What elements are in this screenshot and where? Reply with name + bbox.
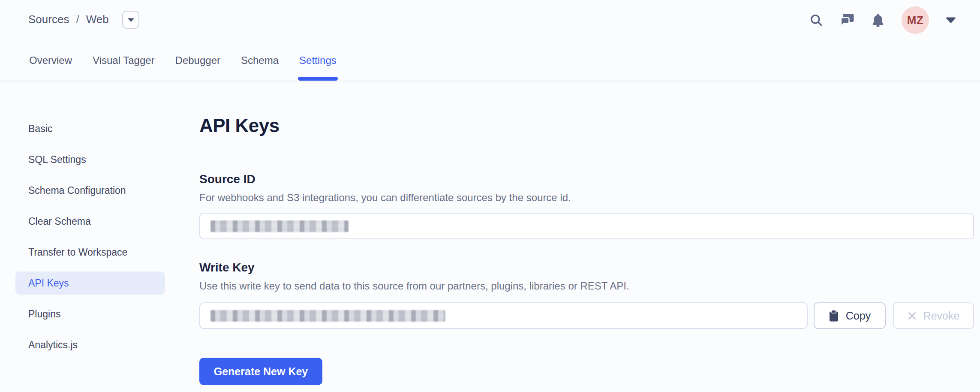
breadcrumb-current-source: Web: [86, 13, 109, 26]
write-key-field[interactable]: [199, 302, 808, 329]
avatar[interactable]: MZ: [902, 6, 929, 34]
page: Sources / Web: [0, 0, 980, 392]
copy-button[interactable]: Copy: [814, 302, 886, 329]
sidebar-item-clear-schema[interactable]: Clear Schema: [15, 210, 165, 233]
breadcrumb-sources-link[interactable]: Sources: [28, 13, 69, 26]
tab-debugger[interactable]: Debugger: [175, 51, 220, 81]
chevron-down-icon: [128, 16, 134, 24]
clipboard-icon: [829, 310, 839, 322]
sidebar-item-analytics-js[interactable]: Analytics.js: [15, 333, 165, 356]
source-switcher-dropdown[interactable]: [122, 11, 139, 29]
write-key-label: Write Key: [199, 261, 255, 274]
account-menu-caret-icon[interactable]: [945, 13, 956, 27]
bell-icon[interactable]: [871, 13, 885, 27]
write-key-description: Use this write key to send data to this …: [199, 280, 629, 292]
breadcrumb: Sources / Web: [28, 9, 109, 30]
x-icon: [908, 311, 917, 320]
sidebar-item-transfer-to-workspace[interactable]: Transfer to Workspace: [15, 241, 165, 264]
write-key-value-redacted: [210, 310, 445, 322]
revoke-button-label: Revoke: [923, 310, 960, 322]
tab-overview[interactable]: Overview: [29, 51, 72, 81]
sidebar-item-schema-configuration[interactable]: Schema Configuration: [15, 179, 165, 202]
tab-settings[interactable]: Settings: [299, 51, 337, 81]
generate-new-key-label: Generate New Key: [214, 365, 308, 378]
chat-icon[interactable]: [840, 13, 854, 27]
settings-sidebar: Basic SQL Settings Schema Configuration …: [15, 117, 165, 364]
tab-schema[interactable]: Schema: [241, 51, 279, 81]
copy-button-label: Copy: [846, 310, 871, 322]
source-tabs: Overview Visual Tagger Debugger Schema S…: [29, 51, 337, 81]
source-id-field[interactable]: [199, 213, 974, 239]
sidebar-item-basic[interactable]: Basic: [15, 117, 165, 140]
generate-new-key-button[interactable]: Generate New Key: [199, 358, 322, 385]
breadcrumb-separator: /: [76, 13, 79, 26]
sidebar-item-sql-settings[interactable]: SQL Settings: [15, 148, 165, 171]
tab-visual-tagger[interactable]: Visual Tagger: [93, 51, 155, 81]
page-title: API Keys: [199, 115, 280, 136]
search-icon[interactable]: [809, 13, 824, 27]
source-id-value-redacted: [210, 220, 349, 232]
source-id-description: For webhooks and S3 integrations, you ca…: [199, 192, 571, 204]
sidebar-item-api-keys[interactable]: API Keys: [15, 271, 165, 295]
sidebar-item-plugins[interactable]: Plugins: [15, 302, 165, 326]
header-actions: MZ: [809, 0, 956, 40]
source-id-label: Source ID: [199, 172, 256, 186]
top-header: Sources / Web: [0, 0, 980, 81]
revoke-button[interactable]: Revoke: [893, 302, 974, 329]
